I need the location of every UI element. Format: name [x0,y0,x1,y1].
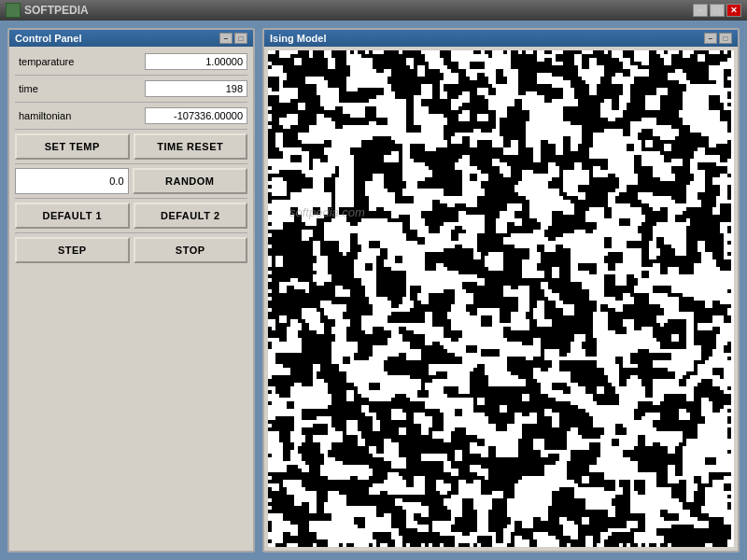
ising-panel: Ising Model − □ [262,28,740,553]
control-panel-title: Control Panel [15,33,82,44]
separator-4 [15,163,247,164]
default2-button[interactable]: DEFAULT 2 [134,203,248,229]
control-panel: Control Panel − □ temparature time hamil… [7,28,255,553]
temperature-input[interactable] [145,53,247,70]
separator-6 [15,232,247,233]
random-row: RANDOM [15,168,247,194]
separator-3 [15,129,247,130]
panel-maximize-button[interactable]: □ [234,33,247,44]
time-label: time [15,79,145,98]
time-row: time [15,79,247,98]
ising-minimize-button[interactable]: − [704,33,717,44]
step-stop-row: STEP STOP [15,237,247,263]
minimize-button[interactable]: − [693,4,708,17]
random-button[interactable]: RANDOM [133,168,248,194]
control-panel-title-bar: Control Panel − □ [9,30,253,47]
ising-title-bar: Ising Model − □ [264,30,738,47]
step-button[interactable]: STEP [15,237,130,263]
app-title: SOFTPEDIA [24,4,89,17]
ising-canvas-area [264,47,738,551]
panel-content: temparature time hamiltonian SET TEMP TI… [9,47,253,273]
app-icon [6,3,21,18]
temp-value-input[interactable] [15,168,129,194]
main-area: Control Panel − □ temparature time hamil… [0,21,747,560]
ising-title: Ising Model [270,33,327,44]
hamiltonian-input[interactable] [145,107,247,124]
default1-button[interactable]: DEFAULT 1 [15,203,130,229]
maximize-button[interactable]: □ [710,4,725,17]
ising-maximize-button[interactable]: □ [719,33,732,44]
set-temp-button[interactable]: SET TEMP [15,133,130,160]
ising-canvas [268,50,734,547]
temperature-row: temparature [15,52,247,71]
separator-5 [15,198,247,199]
defaults-row: DEFAULT 1 DEFAULT 2 [15,203,247,229]
separator-2 [15,102,247,103]
time-input[interactable] [145,80,247,97]
separator-1 [15,75,247,76]
hamiltonian-row: hamiltonian [15,106,247,125]
temperature-label: temparature [15,52,145,71]
stop-button[interactable]: STOP [134,237,248,263]
set-temp-row: SET TEMP TIME RESET [15,133,247,160]
hamiltonian-label: hamiltonian [15,106,145,125]
time-reset-button[interactable]: TIME RESET [134,133,248,160]
close-button[interactable]: ✕ [726,4,741,17]
panel-minimize-button[interactable]: − [219,33,233,44]
app-title-bar: SOFTPEDIA − □ ✕ [0,0,747,21]
